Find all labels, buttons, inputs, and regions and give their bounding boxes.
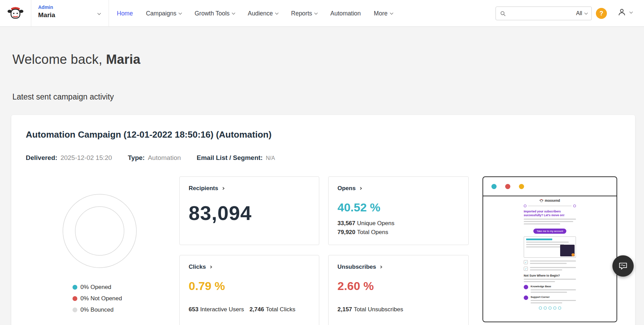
greeting-name: Maria bbox=[106, 52, 140, 67]
account-switcher[interactable]: Admin Maria bbox=[31, 0, 109, 27]
feature-label: Knowledge Base bbox=[531, 285, 576, 288]
account-name: Maria bbox=[38, 11, 102, 19]
legend-not-opened-label: 0% Not Opened bbox=[80, 295, 122, 302]
top-navbar: Admin Maria Home Campaigns Growth Tools … bbox=[0, 0, 644, 27]
nav-automation[interactable]: Automation bbox=[330, 10, 361, 17]
preview-feature-knowledge-base: Knowledge Base bbox=[524, 285, 576, 293]
unique-opens-label: Unique Opens bbox=[357, 220, 395, 227]
opens-stat-box: Opens 40.52 % 33,567Unique Opens 79,920T… bbox=[328, 176, 469, 245]
nav-growth-tools[interactable]: Growth Tools bbox=[195, 10, 235, 17]
opens-rate: 40.52 % bbox=[337, 201, 459, 214]
type-label: Type: bbox=[128, 154, 145, 162]
chevron-down-icon bbox=[390, 11, 393, 14]
feature-label: Support Corner bbox=[531, 295, 576, 299]
nav-reports[interactable]: Reports bbox=[291, 10, 317, 17]
circle-icon bbox=[573, 205, 576, 207]
nav-audience-label: Audience bbox=[248, 10, 273, 17]
profile-menu[interactable] bbox=[617, 8, 632, 17]
unsubscribes-link[interactable]: Unsubscribes bbox=[337, 264, 459, 270]
moosend-logo[interactable] bbox=[0, 0, 31, 27]
nav-more-label: More bbox=[374, 10, 388, 17]
meta-delivered: Delivered: 2025-12-02 15:20 bbox=[26, 154, 112, 162]
opens-link[interactable]: Opens bbox=[337, 185, 459, 192]
chevron-down-icon bbox=[314, 11, 318, 14]
search-scope-dropdown[interactable]: All bbox=[573, 10, 587, 16]
chevron-down-icon bbox=[232, 11, 235, 14]
preview-cta-row: Take me to my account bbox=[524, 227, 576, 234]
clicks-link[interactable]: Clicks bbox=[189, 264, 310, 270]
opens-donut-chart bbox=[62, 193, 137, 269]
placeholder-line bbox=[524, 221, 573, 222]
window-dot-teal-icon bbox=[491, 184, 497, 189]
help-button[interactable]: ? bbox=[596, 8, 607, 19]
preview-social-row bbox=[524, 306, 576, 310]
placeholder-header-bar bbox=[526, 239, 552, 240]
search-box[interactable]: All bbox=[496, 7, 592, 20]
placeholder-line bbox=[531, 292, 567, 293]
segment-value: N/A bbox=[266, 155, 275, 161]
chevron-right-icon bbox=[222, 187, 224, 190]
recipients-stat-box: Recipients 83,094 bbox=[179, 176, 319, 245]
search-icon bbox=[500, 11, 506, 16]
preview-cta-button: Take me to my account bbox=[533, 229, 566, 234]
nav-reports-label: Reports bbox=[291, 10, 312, 17]
knowledge-base-icon bbox=[524, 285, 528, 289]
preview-step-row: ✓ bbox=[524, 267, 576, 271]
check-icon: ✓ bbox=[524, 267, 528, 271]
nav-home[interactable]: Home bbox=[117, 10, 133, 17]
social-icon bbox=[544, 306, 547, 310]
chat-widget-button[interactable] bbox=[612, 255, 634, 277]
email-preview-frame[interactable]: moosend Imported your subscribers succes… bbox=[482, 176, 617, 322]
search-scope-value: All bbox=[576, 10, 582, 16]
legend-item-bounced: 0% Bounced bbox=[73, 306, 122, 313]
type-value: Automation bbox=[148, 154, 181, 162]
nav-campaigns[interactable]: Campaigns bbox=[146, 10, 182, 17]
placeholder-line bbox=[531, 300, 576, 301]
placeholder-line bbox=[530, 263, 567, 264]
social-icon bbox=[553, 306, 556, 310]
preview-screenshot bbox=[524, 236, 576, 258]
nav-audience[interactable]: Audience bbox=[248, 10, 278, 17]
preview-step-row: ✓ bbox=[524, 260, 576, 264]
campaign-meta: Delivered: 2025-12-02 15:20 Type: Automa… bbox=[26, 154, 275, 162]
interactive-users-value: 653 bbox=[189, 306, 198, 313]
unique-opens-value: 33,567 bbox=[337, 220, 355, 227]
email-preview-body: moosend Imported your subscribers succes… bbox=[483, 196, 617, 321]
campaign-activity-card: Automation Campaign (12-01-2022 18:50:16… bbox=[11, 115, 635, 325]
social-icon bbox=[558, 306, 561, 310]
chevron-down-icon bbox=[630, 10, 633, 13]
placeholder-line bbox=[530, 269, 562, 270]
delivered-value: 2025-12-02 15:20 bbox=[60, 154, 112, 162]
total-unsubscribes-value: 2,157 bbox=[337, 306, 352, 313]
greeting-prefix: Welcome back, bbox=[12, 52, 106, 67]
chevron-right-icon bbox=[209, 266, 212, 268]
check-icon: ✓ bbox=[524, 260, 528, 264]
meta-segment: Email List / Segment: N/A bbox=[197, 154, 275, 162]
placeholder-line bbox=[526, 244, 564, 245]
placeholder-line bbox=[530, 267, 576, 268]
legend-item-not-opened: 0% Not Opened bbox=[73, 295, 122, 302]
preview-brand-name: moosend bbox=[545, 199, 560, 202]
opened-dot-icon bbox=[73, 285, 77, 290]
placeholder-line bbox=[531, 289, 576, 290]
unsubscribes-details: 2,157Total Unsubscribes bbox=[337, 305, 459, 314]
nav-automation-label: Automation bbox=[330, 10, 361, 17]
recipients-link[interactable]: Recipients bbox=[189, 185, 310, 192]
placeholder-line bbox=[524, 223, 560, 224]
main-nav: Home Campaigns Growth Tools Audience Rep… bbox=[117, 0, 393, 27]
search-input[interactable] bbox=[509, 10, 573, 16]
nav-more[interactable]: More bbox=[374, 10, 393, 17]
total-clicks-label: Total Clicks bbox=[266, 306, 295, 313]
preview-brand-logo: moosend bbox=[524, 199, 576, 202]
donut-legend: 0% Opened 0% Not Opened 0% Bounced bbox=[73, 284, 122, 313]
social-icon bbox=[539, 306, 542, 310]
unsubscribes-rate: 2.60 % bbox=[337, 279, 459, 293]
campaign-title: Automation Campaign (12-01-2022 18:50:16… bbox=[26, 129, 271, 140]
nav-campaigns-label: Campaigns bbox=[146, 10, 177, 17]
clicks-stat-box: Clicks 0.79 % 653Interactive Users2,746T… bbox=[179, 255, 319, 325]
placeholder-line bbox=[524, 219, 576, 220]
step-text bbox=[530, 260, 576, 264]
preview-window-bar bbox=[483, 177, 617, 196]
preview-section-heading: Not Sure Where to Begin? bbox=[524, 274, 576, 277]
cow-logo-icon bbox=[540, 199, 543, 202]
